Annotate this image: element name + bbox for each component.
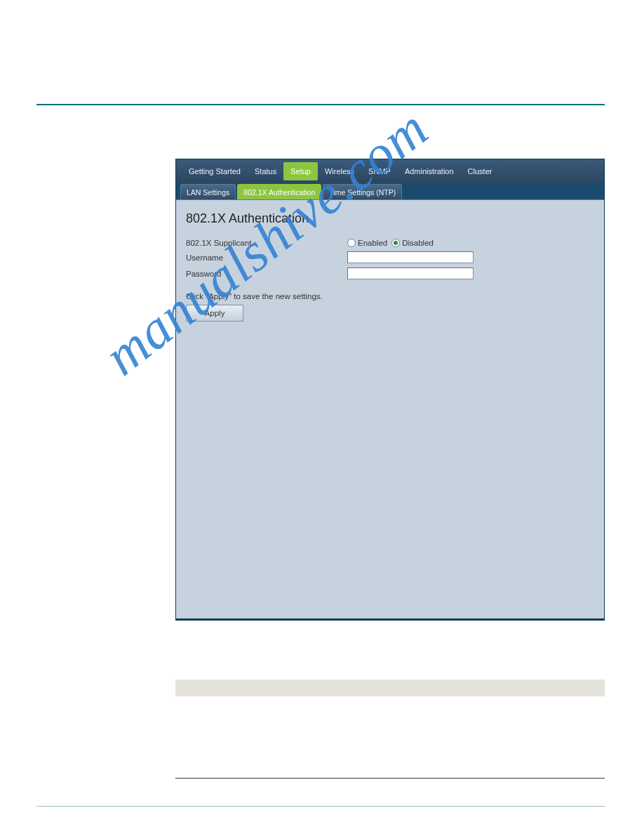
nav-wireless[interactable]: Wireless [318,163,361,180]
nav-status[interactable]: Status [248,163,283,180]
tab-time-settings[interactable]: Time Settings (NTP) [323,184,402,199]
app-window: Getting Started Status Setup Wireless SN… [175,159,605,621]
tab-8021x-auth[interactable]: 802.1X Authentication [237,184,321,199]
row-supplicant: 802.1X Supplicant Enabled Disabled [186,239,594,247]
radio-disabled-label: Disabled [402,239,434,247]
password-input[interactable] [347,267,474,279]
nav-snmp[interactable]: SNMP [361,163,398,180]
sub-nav: LAN Settings 802.1X Authentication Time … [176,183,604,200]
page-bottom-rule [36,806,605,807]
radio-enabled[interactable]: Enabled [347,239,387,247]
username-input[interactable] [347,251,474,263]
separator-bar [175,680,605,696]
apply-button[interactable]: Apply [186,305,243,322]
content-area: 802.1X Authentication 802.1X Supplicant … [176,200,604,618]
main-nav: Getting Started Status Setup Wireless SN… [176,159,604,183]
page-top-rule [36,104,605,105]
radio-icon [347,239,356,247]
nav-administration[interactable]: Administration [398,163,461,180]
password-label: Password [186,270,347,278]
radio-enabled-label: Enabled [358,239,387,247]
nav-setup[interactable]: Setup [283,162,318,180]
apply-hint: Click "Apply" to save the new settings. [186,292,594,300]
username-label: Username [186,253,347,262]
row-password: Password [186,267,594,279]
supplicant-label: 802.1X Supplicant [186,239,347,247]
separator-line [175,778,605,779]
radio-disabled[interactable]: Disabled [391,239,434,247]
tab-lan-settings[interactable]: LAN Settings [180,184,236,199]
nav-cluster[interactable]: Cluster [461,163,499,180]
radio-icon [391,239,400,247]
nav-getting-started[interactable]: Getting Started [182,163,248,180]
panel-title: 802.1X Authentication [186,211,594,226]
supplicant-radio-group: Enabled Disabled [347,239,434,247]
row-username: Username [186,251,594,263]
